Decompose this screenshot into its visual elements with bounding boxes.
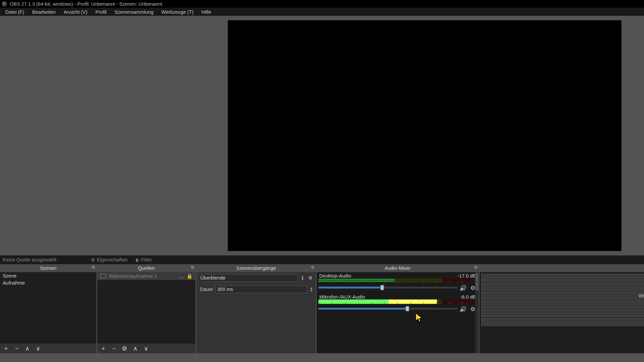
popout-icon[interactable]: ⧉ bbox=[311, 265, 314, 270]
controls-title[interactable]: Steuerung ⧉ bbox=[479, 264, 644, 272]
popout-icon[interactable]: ⧉ bbox=[92, 265, 95, 270]
volume-slider[interactable] bbox=[318, 287, 457, 288]
titlebar: OBS 27.1.3 (64-bit, windows) - Profil: U… bbox=[0, 0, 644, 8]
window-title: OBS 27.1.3 (64-bit, windows) - Profil: U… bbox=[10, 1, 644, 7]
transition-select[interactable]: Überblende bbox=[198, 274, 298, 282]
remove-scene-button[interactable]: − bbox=[13, 345, 20, 352]
transitions-title[interactable]: Szenenübergänge ⧉ bbox=[196, 264, 316, 272]
source-up-button[interactable]: ∧ bbox=[132, 345, 139, 352]
preview-area bbox=[0, 16, 644, 255]
display-capture-icon bbox=[100, 274, 106, 278]
start-virtual-cam-button[interactable]: Virtuelle Kamera starten bbox=[481, 292, 644, 300]
audio-mixer-dock: Audio-Mixer ⧉ Desktop-Audio -17.0 dB bbox=[317, 264, 479, 353]
remove-source-button[interactable]: − bbox=[111, 345, 118, 352]
volume-slider[interactable] bbox=[318, 308, 457, 309]
popout-icon[interactable]: ⧉ bbox=[191, 265, 194, 270]
transitions-dock: Szenenübergänge ⧉ Überblende ▲▼ ⚙ Dauer … bbox=[196, 264, 316, 353]
menubar: Datei (F) Bearbeiten Ansicht (V) Profil … bbox=[0, 8, 644, 16]
status-bar: LIVE: 00:00:00 REC: 00:00:00 CPU: 1.0%, … bbox=[0, 353, 644, 362]
controls-dock: Steuerung ⧉ Stream starten Aufnahme star… bbox=[479, 264, 644, 353]
scenes-dock: Szenen ⧉ Szene Aufnahme ＋ − ∧ ∨ bbox=[0, 264, 96, 353]
start-stream-button[interactable]: Stream starten bbox=[481, 274, 644, 282]
properties-label: Eigenschaften bbox=[97, 257, 127, 262]
no-source-label: Keine Quelle ausgewählt bbox=[3, 257, 56, 262]
preview-canvas[interactable] bbox=[228, 20, 622, 251]
duration-input[interactable]: 300 ms bbox=[215, 285, 307, 293]
mixer-channel: Mikrofon-/AUX-Audio -6.0 dB 🔊 bbox=[318, 294, 477, 313]
scene-item[interactable]: Szene bbox=[0, 272, 96, 279]
mute-button[interactable]: 🔊 bbox=[459, 305, 467, 313]
transition-settings-button[interactable]: ⚙ bbox=[307, 275, 314, 282]
channel-db: -17.0 dB bbox=[458, 273, 476, 279]
mixer-scrollbar[interactable] bbox=[475, 272, 479, 353]
slider-handle[interactable] bbox=[406, 306, 409, 311]
transition-spinner[interactable]: ▲▼ bbox=[300, 275, 305, 281]
menu-profile[interactable]: Profil bbox=[92, 8, 110, 15]
add-scene-button[interactable]: ＋ bbox=[3, 344, 10, 352]
app-icon bbox=[2, 1, 7, 7]
studio-mode-button[interactable]: Studio-Modus bbox=[481, 300, 644, 308]
filter-icon: ◐ bbox=[136, 257, 140, 263]
filter-button[interactable]: ◐ Filter bbox=[133, 256, 155, 263]
visibility-toggle-icon[interactable]: ◡ bbox=[179, 273, 184, 279]
duration-spinner[interactable]: ▲▼ bbox=[309, 287, 314, 292]
slider-handle[interactable] bbox=[381, 285, 384, 290]
channel-db: -6.0 dB bbox=[460, 294, 476, 300]
sources-dock: Quellen ⧉ Bildschirmaufnahme 2 ◡ 🔒 ＋ − ⚙… bbox=[97, 264, 196, 353]
source-down-button[interactable]: ∨ bbox=[143, 345, 150, 352]
menu-scene-collection[interactable]: Szenensammlung bbox=[111, 8, 157, 15]
lock-icon[interactable]: 🔒 bbox=[186, 273, 193, 279]
source-item[interactable]: Bildschirmaufnahme 2 ◡ 🔒 bbox=[97, 272, 196, 280]
filter-label: Filter bbox=[141, 257, 152, 262]
gear-icon: ⚙ bbox=[91, 257, 95, 263]
mixer-channel: Desktop-Audio -17.0 dB 🔊 ⚙ bbox=[318, 273, 477, 292]
scene-item[interactable]: Aufnahme bbox=[0, 279, 96, 286]
duration-label: Dauer bbox=[198, 287, 213, 292]
audio-mixer-title[interactable]: Audio-Mixer ⧉ bbox=[317, 264, 479, 272]
source-name: Bildschirmaufnahme 2 bbox=[109, 274, 157, 279]
audio-meter bbox=[318, 278, 477, 283]
scenes-title[interactable]: Szenen ⧉ bbox=[0, 264, 96, 272]
channel-name: Desktop-Audio bbox=[319, 273, 351, 279]
menu-file[interactable]: Datei (F) bbox=[2, 8, 28, 15]
scene-down-button[interactable]: ∨ bbox=[35, 345, 42, 352]
popout-icon[interactable]: ⧉ bbox=[474, 265, 477, 270]
menu-view[interactable]: Ansicht (V) bbox=[60, 8, 91, 15]
menu-help[interactable]: Hilfe bbox=[198, 8, 215, 15]
properties-button[interactable]: ⚙ Eigenschaften bbox=[88, 256, 130, 263]
channel-name: Mikrofon-/AUX-Audio bbox=[319, 294, 365, 300]
exit-button[interactable]: Beenden bbox=[481, 318, 644, 326]
source-context-bar: Keine Quelle ausgewählt ⚙ Eigenschaften … bbox=[0, 255, 644, 264]
mute-button[interactable]: 🔊 bbox=[459, 284, 467, 292]
audio-meter bbox=[318, 299, 477, 304]
add-source-button[interactable]: ＋ bbox=[100, 344, 107, 352]
menu-tools[interactable]: Werkzeuge (T) bbox=[158, 8, 197, 15]
start-recording-button[interactable]: Aufnahme starten bbox=[481, 283, 644, 291]
source-settings-button[interactable]: ⚙ bbox=[121, 345, 128, 352]
sources-title[interactable]: Quellen ⧉ bbox=[97, 264, 196, 272]
scene-up-button[interactable]: ∧ bbox=[24, 345, 31, 352]
settings-button[interactable]: Einstellungen bbox=[481, 309, 644, 317]
menu-edit[interactable]: Bearbeiten bbox=[29, 8, 59, 15]
